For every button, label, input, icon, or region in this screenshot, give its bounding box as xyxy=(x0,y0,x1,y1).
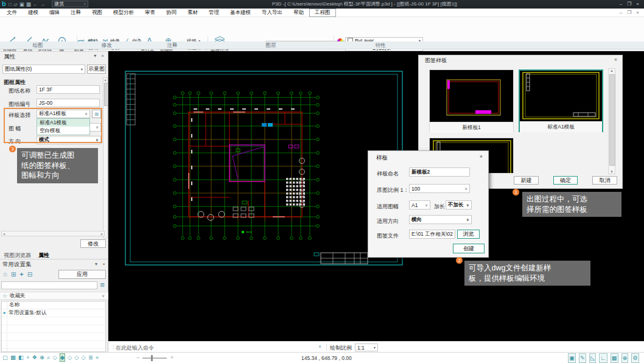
save-icon[interactable]: ▣ xyxy=(19,1,24,8)
settings-gear-icon[interactable]: ⚙ xyxy=(631,353,639,363)
menu-tab[interactable]: 建模 xyxy=(23,9,44,17)
sheet-name-field[interactable]: 1F 3F xyxy=(37,85,100,94)
menu-tab[interactable]: 模型分析 xyxy=(108,9,139,17)
menu-tab[interactable]: 注释 xyxy=(65,9,86,17)
template-option[interactable]: 标准A1模板 xyxy=(37,119,89,127)
close-icon[interactable]: × xyxy=(480,153,483,160)
favorites-group-row[interactable]: ☆ 收藏夹 ∨ xyxy=(0,292,108,300)
zoom-icon[interactable]: ⌕ xyxy=(47,353,50,362)
restore-button[interactable]: ❐ xyxy=(627,1,631,7)
collapse-left-icon[interactable]: « xyxy=(96,353,99,362)
template-select-dropdown[interactable]: 标准A1模板∧ xyxy=(37,110,90,118)
navigation-icon[interactable]: ⊕ xyxy=(621,353,629,363)
menu-tab[interactable]: 导入导出 xyxy=(256,9,288,17)
close-button[interactable]: × xyxy=(636,1,639,7)
workspace-dropdown[interactable]: 建筑▾ xyxy=(52,1,88,7)
browse-button[interactable]: 浏览 xyxy=(457,230,480,239)
doc-minimize-button[interactable]: – xyxy=(620,10,622,15)
layout-icon[interactable]: ◧ xyxy=(18,353,24,362)
menu-tab[interactable]: 素材 xyxy=(182,9,203,17)
size-dropdown[interactable]: A1∨ xyxy=(409,200,430,210)
delete-set-icon[interactable]: ⊟ xyxy=(27,271,32,278)
panel-collapse-icon[interactable]: ▾ xyxy=(94,53,96,58)
menu-tab[interactable]: 管理 xyxy=(203,9,225,17)
zoom-extents-icon[interactable]: + xyxy=(26,353,30,362)
zoom-slider[interactable] xyxy=(142,358,167,359)
view-cube-icon[interactable]: ◇ xyxy=(52,353,57,362)
scroll-left-icon[interactable]: ◄ xyxy=(2,232,5,236)
redo-icon[interactable]: → xyxy=(40,1,45,8)
scroll-up-icon[interactable]: ▲ xyxy=(609,69,615,72)
view-cube-active-icon[interactable]: ◆ xyxy=(60,353,65,362)
template-option[interactable]: 空白模板 xyxy=(37,127,89,135)
new-template-button[interactable]: 新建 xyxy=(514,176,539,185)
menu-tab[interactable]: 基本建模 xyxy=(225,9,256,17)
modify-button[interactable]: 修改 xyxy=(80,239,106,248)
collapse-command-icon[interactable]: ∧ xyxy=(318,344,321,349)
undo-icon[interactable]: ← xyxy=(33,1,38,8)
zoom-out-button[interactable]: − xyxy=(136,354,139,361)
cancel-button[interactable]: 取消 xyxy=(592,176,617,185)
scroll-down-icon[interactable]: ▼ xyxy=(609,170,615,174)
apply-button[interactable]: 应用 xyxy=(58,270,106,279)
star-add-icon[interactable]: ✦ xyxy=(19,271,24,278)
draw-scale-dropdown[interactable]: 1:1▾ xyxy=(355,344,378,351)
menu-tab[interactable]: 协同 xyxy=(161,9,182,17)
scroll-up-icon[interactable]: ▲ xyxy=(103,78,107,82)
template-panel-scrollbar[interactable]: ▲ ▼ xyxy=(608,68,615,174)
schematic-button[interactable]: 示意图 xyxy=(87,65,106,74)
ok-button[interactable]: 确定 xyxy=(553,176,578,185)
viewport-icon[interactable]: ▦ xyxy=(10,353,16,362)
draft-pencil-icon[interactable]: ✎ xyxy=(579,353,586,363)
orbit-icon[interactable]: ⊕ xyxy=(40,353,44,362)
template-thumbnail-card[interactable]: 新模板1 xyxy=(429,69,514,132)
edit-template-button[interactable]: ⊞ xyxy=(92,110,101,118)
orientation-dropdown[interactable]: 横向∨ xyxy=(409,215,472,224)
pan-icon[interactable]: ❖ xyxy=(32,353,38,362)
doc-close-button[interactable]: × xyxy=(636,10,639,15)
ortho-icon[interactable]: ∟ xyxy=(599,353,607,363)
selection-mode-icon[interactable]: ▣ xyxy=(568,353,576,363)
grid-icon[interactable]: ▦ xyxy=(611,353,618,363)
menu-tab[interactable]: 编辑 xyxy=(44,9,65,17)
scroll-right-icon[interactable]: ► xyxy=(100,232,103,236)
create-button[interactable]: 创建 xyxy=(453,244,485,253)
lengthen-dropdown[interactable]: 不加长∨ xyxy=(446,200,472,210)
sheet-number-field[interactable]: JS-00 xyxy=(37,99,100,107)
settings-filter-field[interactable] xyxy=(1,281,97,289)
settings-collapse-icon[interactable]: ▾ xyxy=(95,261,97,267)
menu-tab[interactable]: 视图 xyxy=(86,9,108,17)
view-cube-icon-3[interactable]: ◇ xyxy=(74,353,79,362)
template-name-field[interactable]: 新模板2 xyxy=(409,167,470,177)
new-file-icon[interactable]: □ xyxy=(9,1,12,8)
panel-scrollbar[interactable]: ▲ xyxy=(103,77,108,238)
view-cube-icon-4[interactable]: ◇ xyxy=(82,353,86,362)
new-sheet-icon[interactable]: ▢ xyxy=(2,353,8,362)
command-history-icon[interactable]: ≣ xyxy=(88,353,93,362)
menu-tab[interactable]: 帮助 xyxy=(288,9,309,17)
doc-restore-button[interactable]: ❐ xyxy=(627,10,631,15)
list-view-icon[interactable]: ≣ xyxy=(100,281,105,288)
template-thumbnail-card-selected[interactable]: 标准A1模板 xyxy=(519,69,603,132)
settings-close-icon[interactable]: × xyxy=(102,261,105,267)
command-input[interactable]: 在此处输入命令 xyxy=(116,344,154,352)
table-row[interactable]: ★ 常用设置集-默认 xyxy=(2,309,105,317)
menu-tab[interactable]: 文件 xyxy=(1,9,23,17)
file-path-field[interactable]: E:\01 工作相关\02 | xyxy=(409,230,455,239)
panel-close-icon[interactable]: × xyxy=(101,53,104,58)
zoom-slider-handle[interactable] xyxy=(151,355,153,361)
snap-icon[interactable]: ◺ xyxy=(589,353,596,363)
menu-tab[interactable]: 审查 xyxy=(139,9,161,17)
close-icon[interactable]: × xyxy=(614,57,617,63)
menu-tab[interactable]: 工程图 xyxy=(309,9,336,17)
favorite-star-icon[interactable]: ☆ xyxy=(2,271,8,278)
zoom-in-button[interactable]: + xyxy=(170,354,173,361)
minimize-button[interactable]: – xyxy=(620,1,622,7)
view-cube-icon-2[interactable]: ◇ xyxy=(68,353,72,362)
property-type-selector[interactable]: 图纸属性(0)▾ xyxy=(2,65,85,74)
open-file-icon[interactable]: ▱ xyxy=(13,1,18,8)
panel-hscrollbar[interactable]: ◄ ► xyxy=(1,231,105,236)
chevron-down-icon[interactable]: ∨ xyxy=(102,294,105,298)
save-as-icon[interactable]: ▦ xyxy=(26,1,31,8)
scale-dropdown[interactable]: 100∨ xyxy=(409,184,470,193)
